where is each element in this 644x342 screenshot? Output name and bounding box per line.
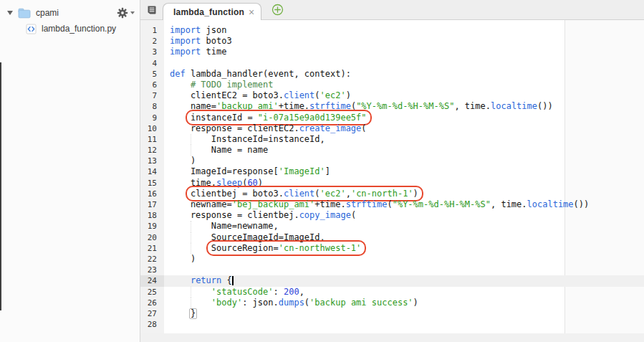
code-text[interactable]: 'body': json.dumps('backup ami success')	[164, 298, 644, 308]
line-number[interactable]: 26	[140, 298, 164, 308]
line-number[interactable]: 22	[140, 254, 164, 265]
tab-close-icon[interactable]: ×	[249, 7, 254, 17]
editor-content[interactable]: 1import json2import boto33import time45d…	[140, 20, 644, 342]
code-line-21[interactable]: 21 SourceRegion='cn-northwest-1'	[140, 243, 644, 254]
line-number[interactable]: 10	[140, 123, 164, 134]
code-line-25[interactable]: 25 'statusCode': 200,	[140, 287, 644, 298]
sidebar-item-cpami-folder[interactable]: cpami	[7, 6, 135, 20]
line-number[interactable]: 16	[140, 189, 164, 199]
sidebar-item-lambda-function-py[interactable]: lambda_function.py	[26, 22, 116, 35]
code-line-22[interactable]: 22 )	[140, 254, 644, 265]
code-text[interactable]: instanceId = "i-07a15e9a0d139ee5f"	[164, 113, 644, 123]
code-line-8[interactable]: 8 name='backup_ami'+time.strftime("%Y-%m…	[140, 101, 644, 112]
line-number[interactable]: 18	[140, 210, 164, 221]
code-line-20[interactable]: 20 SourceImageId=ImageId,	[140, 232, 644, 243]
line-number[interactable]: 15	[140, 178, 164, 189]
code-text[interactable]: clientEC2 = boto3.client('ec2')	[164, 90, 644, 101]
file-tree-toggle-icon[interactable]	[146, 5, 157, 16]
code-text[interactable]: return {	[164, 275, 644, 286]
code-line-6[interactable]: 6 # TODO implement	[140, 80, 644, 90]
code-text[interactable]: newname='bej_backup_ami'+time.strftime("…	[164, 199, 644, 210]
line-number[interactable]: 20	[140, 232, 164, 243]
code-line-23[interactable]: 23	[140, 265, 644, 275]
line-number[interactable]: 11	[140, 134, 164, 145]
line-number[interactable]: 4	[140, 58, 164, 69]
code-line-24[interactable]: 24 return {	[140, 275, 644, 286]
code-text[interactable]: import time	[164, 47, 644, 57]
code-line-7[interactable]: 7 clientEC2 = boto3.client('ec2')	[140, 90, 644, 101]
token-p: )	[413, 189, 418, 199]
code-text[interactable]: def lambda_handler(event, context):	[164, 69, 644, 80]
code-line-4[interactable]: 4	[140, 58, 644, 69]
line-number[interactable]: 7	[140, 90, 164, 101]
line-number[interactable]: 6	[140, 80, 164, 90]
code-text[interactable]: )	[164, 254, 644, 265]
line-number[interactable]: 19	[140, 221, 164, 232]
line-number[interactable]: 14	[140, 166, 164, 177]
line-number[interactable]: 9	[140, 113, 164, 123]
code-line-5[interactable]: 5def lambda_handler(event, context):	[140, 69, 644, 80]
code-line-15[interactable]: 15 time.sleep(60)	[140, 178, 644, 189]
code-line-19[interactable]: 19 Name=newname,	[140, 221, 644, 232]
code-line-18[interactable]: 18 response = clientbej.copy_image(	[140, 210, 644, 221]
code-line-14[interactable]: 14 ImageId=response['ImageId']	[140, 166, 644, 177]
token-p: response = clientbej.	[170, 210, 299, 220]
code-text[interactable]	[164, 58, 644, 69]
code-line-2[interactable]: 2import boto3	[140, 36, 644, 47]
code-text[interactable]: Name = name	[164, 145, 644, 156]
line-number[interactable]: 17	[140, 199, 164, 210]
tab-lambda-function[interactable]: lambda_function ×	[163, 3, 261, 20]
line-number[interactable]: 24	[140, 275, 164, 286]
code-line-17[interactable]: 17 newname='bej_backup_ami'+time.strftim…	[140, 199, 644, 210]
code-text[interactable]: }	[164, 308, 644, 319]
code-line-10[interactable]: 10 response = clientEC2.create_image(	[140, 123, 644, 134]
line-number[interactable]: 28	[140, 319, 164, 330]
code-text[interactable]: import boto3	[164, 36, 644, 47]
settings-menu-button[interactable]	[117, 7, 135, 19]
code-text[interactable]: response = clientbej.copy_image(	[164, 210, 644, 221]
disclosure-triangle-icon[interactable]	[7, 11, 13, 15]
code-text[interactable]	[164, 265, 644, 275]
code-text[interactable]: time.sleep(60)	[164, 178, 644, 189]
code-text[interactable]: SourceImageId=ImageId,	[164, 232, 644, 243]
line-number[interactable]: 13	[140, 156, 164, 166]
code-line-1[interactable]: 1import json	[140, 25, 644, 36]
code-text[interactable]	[164, 319, 644, 330]
code-text[interactable]: response = clientEC2.create_image(	[164, 123, 644, 134]
code-text[interactable]: SourceRegion='cn-northwest-1'	[164, 243, 644, 254]
code-line-16[interactable]: 16 clientbej = boto3.client('ec2','cn-no…	[140, 189, 644, 199]
code-text[interactable]: Name=newname,	[164, 221, 644, 232]
code-text[interactable]: # TODO implement	[164, 80, 644, 90]
panel-edge-handle[interactable]	[0, 62, 1, 310]
code-text[interactable]: ImageId=response['ImageId']	[164, 166, 644, 177]
line-number[interactable]: 23	[140, 265, 164, 275]
code-line-27[interactable]: 27 }	[140, 308, 644, 319]
code-line-28[interactable]: 28	[140, 319, 644, 330]
line-number[interactable]: 5	[140, 69, 164, 80]
code-line-9[interactable]: 9 instanceId = "i-07a15e9a0d139ee5f"	[140, 113, 644, 123]
code-text[interactable]: import json	[164, 25, 644, 36]
line-number[interactable]: 21	[140, 243, 164, 254]
code-text[interactable]: )	[164, 156, 644, 166]
token-p: (	[361, 123, 366, 133]
code-line-11[interactable]: 11 InstanceId=instanceId,	[140, 134, 644, 145]
code-text[interactable]: clientbej = boto3.client('ec2','cn-north…	[164, 189, 644, 199]
folder-name: cpami	[36, 8, 59, 18]
code-text[interactable]: name='backup_ami'+time.strftime("%Y-%m-%…	[164, 101, 644, 112]
line-number[interactable]: 2	[140, 36, 164, 47]
code-line-13[interactable]: 13 )	[140, 156, 644, 166]
line-number[interactable]: 25	[140, 287, 164, 298]
line-number[interactable]: 1	[140, 25, 164, 36]
line-number[interactable]: 3	[140, 47, 164, 57]
line-number[interactable]: 8	[140, 101, 164, 112]
line-number[interactable]: 12	[140, 145, 164, 156]
code-line-26[interactable]: 26 'body': json.dumps('backup ami succes…	[140, 298, 644, 308]
line-number[interactable]: 27	[140, 308, 164, 319]
code-line-3[interactable]: 3import time	[140, 47, 644, 57]
code-line-12[interactable]: 12 Name = name	[140, 145, 644, 156]
code-text[interactable]: InstanceId=instanceId,	[164, 134, 644, 145]
code-text[interactable]: 'statusCode': 200,	[164, 287, 644, 298]
horizontal-scrollbar-track[interactable]	[140, 333, 644, 342]
new-tab-icon[interactable]	[271, 4, 284, 16]
token-p: clientEC2 = boto3.	[170, 90, 284, 100]
